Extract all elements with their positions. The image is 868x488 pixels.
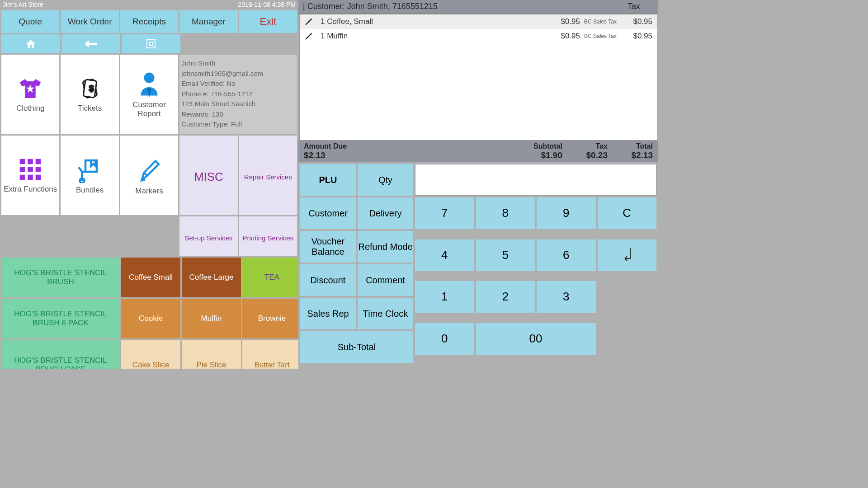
cust-rewards: Rewards: 130: [181, 109, 223, 120]
qty-button[interactable]: Qty: [358, 164, 413, 196]
order-tax-header: Tax: [627, 2, 654, 11]
svg-rect-14: [28, 175, 33, 180]
product-grid: HOG'S BRISTLE STENCIL BRUSH Coffee Small…: [0, 258, 298, 369]
svg-rect-0: [147, 40, 155, 48]
printing-label: Printing Services: [243, 234, 294, 242]
order-lines: 1 Coffee, Small $0.95 BC Sales Tax $0.95…: [299, 14, 657, 141]
line-price: $0.95: [548, 32, 580, 41]
key-2[interactable]: 2: [476, 281, 535, 313]
refund-mode-button[interactable]: Refund Mode: [358, 231, 413, 263]
keypad-area: Customer Delivery Voucher Balance Refund…: [298, 197, 658, 365]
key-0[interactable]: 0: [415, 323, 474, 355]
svg-rect-1: [149, 42, 153, 46]
voucher-balance-button[interactable]: Voucher Balance: [300, 231, 356, 263]
product-hog-6pack[interactable]: HOG'S BRISTLE STENCIL BRUSH 6 PACK: [1, 299, 120, 338]
key-4[interactable]: 4: [415, 239, 474, 271]
svg-rect-9: [36, 159, 41, 164]
person-icon: [137, 70, 162, 98]
repair-label: Repair Services: [244, 173, 292, 181]
edit-icon[interactable]: [304, 32, 318, 41]
key-9[interactable]: 9: [537, 197, 596, 229]
shirt-icon: [18, 76, 43, 101]
customer-button[interactable]: Customer: [300, 197, 356, 229]
key-enter[interactable]: [598, 239, 657, 271]
cust-name: John Smith: [181, 58, 215, 69]
key-8[interactable]: 8: [476, 197, 535, 229]
amount-due-value: $2.13: [304, 150, 517, 160]
key-00[interactable]: 00: [476, 323, 596, 355]
product-butter-tart[interactable]: Butter Tart: [242, 340, 302, 369]
subtotal-button[interactable]: Sub-Total: [300, 331, 413, 363]
manager-button[interactable]: Manager: [179, 10, 237, 33]
grid-icon: [18, 157, 43, 182]
svg-rect-13: [20, 175, 25, 180]
markers-button[interactable]: Markers: [120, 136, 178, 215]
back-button[interactable]: [61, 34, 120, 53]
repair-services-button[interactable]: Repair Services: [239, 136, 297, 215]
svg-rect-12: [36, 167, 41, 172]
home-icon: [25, 38, 37, 49]
product-brownie[interactable]: Brownie: [242, 299, 302, 338]
extra-functions-button[interactable]: Extra Functions: [1, 136, 59, 215]
product-pie-slice[interactable]: Pie Slice: [182, 340, 241, 369]
top-menu: Quote Work Order Receipts Manager Exit: [0, 9, 298, 34]
key-clear[interactable]: C: [598, 197, 657, 229]
svg-text:$: $: [89, 84, 94, 93]
cust-email: johnsmith1965@gmail.com: [181, 69, 263, 79]
register-button[interactable]: [122, 34, 180, 53]
key-3[interactable]: 3: [537, 281, 596, 313]
customer-report-label: Customer Report: [122, 100, 176, 118]
key-1[interactable]: 1: [415, 281, 474, 313]
order-line[interactable]: 1 Muffin $0.95 BC Sales Tax $0.95: [300, 29, 657, 43]
order-line[interactable]: 1 Coffee, Small $0.95 BC Sales Tax $0.95: [300, 14, 657, 29]
home-button[interactable]: [1, 34, 60, 53]
product-muffin[interactable]: Muffin: [182, 299, 241, 338]
customer-report-button[interactable]: Customer Report: [120, 55, 178, 134]
key-6[interactable]: 6: [537, 239, 596, 271]
entry-input[interactable]: [415, 164, 656, 196]
tickets-button[interactable]: $ Tickets: [61, 55, 118, 134]
product-coffee-large[interactable]: Coffee Large: [182, 258, 241, 297]
product-hog-case[interactable]: HOG'S BRISTLE STENCIL BRUSH CASE: [1, 340, 120, 369]
clothing-label: Clothing: [16, 104, 44, 113]
product-hog-brush[interactable]: HOG'S BRISTLE STENCIL BRUSH: [1, 258, 120, 297]
receipts-button[interactable]: Receipts: [120, 10, 178, 33]
product-cake-slice[interactable]: Cake Slice: [121, 340, 180, 369]
markers-label: Markers: [135, 187, 163, 196]
discount-button[interactable]: Discount: [300, 264, 356, 296]
key-7[interactable]: 7: [415, 197, 474, 229]
sales-rep-button[interactable]: Sales Rep: [300, 298, 356, 329]
misc-button[interactable]: MISC: [179, 136, 237, 215]
product-tea[interactable]: TEA: [242, 258, 302, 297]
printing-services-button[interactable]: Printing Services: [239, 216, 297, 256]
edit-icon[interactable]: [304, 17, 318, 26]
nav-row: [0, 34, 298, 55]
quote-button[interactable]: Quote: [1, 10, 59, 33]
arrow-left-icon: [85, 39, 97, 48]
tickets-icon: $: [79, 76, 101, 101]
plu-button[interactable]: PLU: [300, 164, 356, 196]
product-coffee-small[interactable]: Coffee Small: [121, 258, 180, 297]
tax-label: Tax: [562, 142, 608, 150]
entry-row: PLU Qty: [298, 162, 658, 197]
numpad: 7 8 9 C 4 5 6 1 2 3 0 00: [415, 197, 656, 363]
cust-verified: Email Verified: No: [181, 79, 235, 89]
clothing-button[interactable]: Clothing: [1, 55, 59, 134]
setup-services-button[interactable]: Set-up Services: [179, 216, 237, 256]
line-ext: $0.95: [621, 17, 652, 26]
setup-label: Set-up Services: [184, 234, 232, 242]
product-cookie[interactable]: Cookie: [121, 299, 180, 338]
exit-button[interactable]: Exit: [239, 10, 297, 33]
bundles-button[interactable]: Bundles: [61, 136, 118, 215]
total-value: $2.13: [608, 150, 653, 160]
svg-rect-15: [36, 175, 41, 180]
time-clock-button[interactable]: Time Clock: [358, 298, 413, 329]
comment-button[interactable]: Comment: [358, 264, 413, 296]
work-order-button[interactable]: Work Order: [61, 10, 118, 33]
delivery-button[interactable]: Delivery: [358, 197, 413, 229]
key-5[interactable]: 5: [476, 239, 535, 271]
svg-point-6: [144, 73, 154, 83]
tax-value: $0.23: [562, 150, 608, 160]
svg-rect-11: [28, 167, 33, 172]
total-label: Total: [608, 142, 653, 150]
